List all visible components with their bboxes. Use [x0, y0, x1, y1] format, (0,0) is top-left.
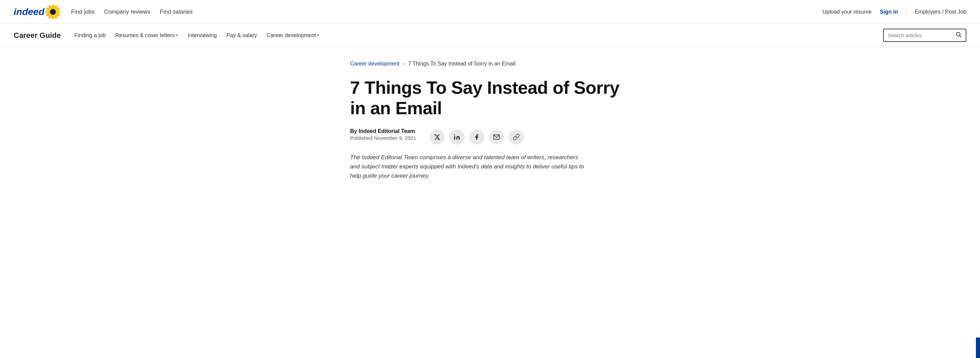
svg-point-6 — [51, 15, 54, 19]
company-reviews-link[interactable]: Company reviews — [104, 8, 150, 15]
find-jobs-link[interactable]: Find jobs — [71, 8, 94, 15]
share-linkedin-button[interactable] — [449, 130, 465, 144]
breadcrumb-separator: › — [403, 61, 405, 67]
breadcrumb-parent-link[interactable]: Career development — [350, 61, 399, 67]
finding-a-job-link[interactable]: Finding a job — [75, 32, 106, 38]
top-nav-links: Find jobs Company reviews Find salaries — [71, 8, 822, 15]
facebook-icon — [473, 134, 480, 141]
search-submit-button[interactable] — [955, 32, 962, 39]
resumes-cover-letters-dropdown[interactable]: Resumes & cover letters ▾ — [115, 32, 178, 38]
search-articles-box[interactable] — [883, 29, 966, 42]
pay-salary-link[interactable]: Pay & salary — [226, 32, 257, 38]
resumes-link-label: Resumes & cover letters — [115, 32, 175, 38]
find-salaries-link[interactable]: Find salaries — [160, 8, 192, 15]
article-main: Career development › 7 Things To Say Ins… — [336, 47, 644, 201]
article-title: 7 Things To Say Instead of Sorry in an E… — [350, 78, 630, 119]
svg-point-17 — [454, 134, 455, 135]
svg-point-13 — [51, 10, 55, 14]
sign-in-link[interactable]: Sign in — [880, 9, 898, 15]
top-nav-right: Upload your resume Sign in Employers / P… — [822, 8, 966, 16]
breadcrumb: Career development › 7 Things To Say Ins… — [350, 61, 630, 67]
search-articles-input[interactable] — [888, 32, 953, 38]
svg-point-9 — [46, 11, 50, 13]
sunflower-icon — [46, 5, 60, 19]
nav-divider — [906, 8, 907, 16]
linkedin-icon — [453, 134, 460, 141]
career-development-dropdown[interactable]: Career development ▾ — [267, 32, 320, 38]
author-info: By Indeed Editorial Team Published Novem… — [350, 128, 416, 141]
guide-nav-links: Finding a job Resumes & cover letters ▾ … — [75, 32, 883, 38]
email-icon — [493, 134, 500, 141]
search-icon — [955, 32, 962, 38]
svg-point-0 — [51, 5, 54, 9]
svg-rect-16 — [454, 136, 455, 139]
interviewing-link[interactable]: Interviewing — [188, 32, 217, 38]
share-buttons — [430, 130, 524, 144]
svg-line-15 — [959, 35, 961, 37]
employers-post-link[interactable]: Employers / Post Job — [915, 9, 966, 15]
share-facebook-button[interactable] — [469, 130, 484, 144]
career-guide-navigation: Career Guide Finding a job Resumes & cov… — [0, 24, 980, 47]
career-guide-title: Career Guide — [14, 31, 61, 40]
top-navigation: indeed — [0, 0, 980, 24]
career-dev-link-label: Career development — [267, 32, 316, 38]
svg-point-3 — [56, 11, 60, 13]
twitter-icon — [434, 134, 441, 141]
indeed-logo[interactable]: indeed — [14, 5, 60, 19]
career-dev-chevron-icon: ▾ — [317, 33, 320, 38]
publish-date: Published November 9, 2021 — [350, 135, 416, 141]
link-icon — [513, 134, 520, 141]
upload-resume-link[interactable]: Upload your resume — [822, 9, 872, 15]
resumes-chevron-icon: ▾ — [176, 33, 178, 38]
share-link-button[interactable] — [509, 130, 524, 144]
share-email-button[interactable] — [489, 130, 504, 144]
author-share-row: By Indeed Editorial Team Published Novem… — [350, 128, 630, 144]
author-bio: The Indeed Editorial Team comprises a di… — [350, 153, 589, 181]
indeed-wordmark: indeed — [14, 6, 45, 17]
breadcrumb-current: 7 Things To Say Instead of Sorry in an E… — [408, 61, 515, 67]
author-name: By Indeed Editorial Team — [350, 128, 416, 134]
share-twitter-button[interactable] — [430, 130, 445, 144]
